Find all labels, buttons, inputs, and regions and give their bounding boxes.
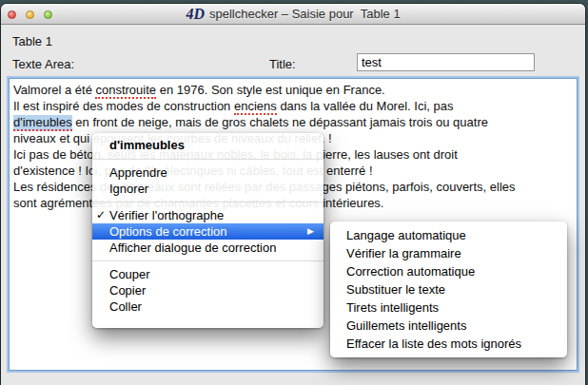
checkmark-icon: ✓ <box>96 207 106 223</box>
menu-separator <box>92 159 323 160</box>
menu-item[interactable]: Afficher dialogue de correction <box>92 240 323 256</box>
title-input[interactable] <box>357 53 535 71</box>
submenu-arrow-icon: ▶ <box>307 223 314 240</box>
text-line: Il est inspiré des modes de construction… <box>13 98 573 114</box>
submenu-item[interactable]: Correction automatique <box>330 262 567 280</box>
menu-item[interactable]: Apprendre <box>92 164 323 181</box>
submenu-item[interactable]: Guillemets intelligents <box>330 317 567 335</box>
menu-item[interactable]: Couper <box>92 266 323 282</box>
menu-item[interactable]: Copier <box>92 282 323 298</box>
submenu: Langage automatiqueVérifier la grammaire… <box>330 221 567 357</box>
title-label: Title: <box>269 57 296 71</box>
titlebar: 4D spellchecker – Saisie pour Table 1 <box>1 4 585 25</box>
menu-separator <box>92 202 323 202</box>
text-segment: Valmorel a été <box>13 83 95 97</box>
zoom-button[interactable] <box>44 10 52 19</box>
menu-item-label: Vérifier l'orthographe <box>109 208 224 222</box>
menu-item-label: Ignorer <box>109 182 148 196</box>
menu-item-label: Coller <box>109 299 142 314</box>
menu-item[interactable]: ✓Vérifier l'orthographe <box>92 207 323 223</box>
text-line: d'imeubles en front de neige, mais de gr… <box>13 114 573 130</box>
submenu-item[interactable]: Tirets intelligents <box>330 298 567 317</box>
misspelled-word: enciens <box>234 99 277 115</box>
text-segment: dans la vallée du Morel. Ici, pas <box>277 99 454 113</box>
menu-suggestion-item[interactable]: d'immeubles <box>92 137 323 154</box>
submenu-item[interactable]: Langage automatique <box>330 226 567 244</box>
texte-area-label: Texte Area: <box>12 57 74 71</box>
menu-item-label: Copier <box>109 283 146 298</box>
submenu-item[interactable]: Substituer le texte <box>330 280 567 298</box>
4d-logo-icon: 4D <box>186 7 205 22</box>
menu-item-label: d'immeubles <box>109 138 185 152</box>
selected-misspelled-word: d'imeubles <box>13 115 72 131</box>
menu-item[interactable]: Ignorer <box>92 181 323 197</box>
window-controls <box>8 10 52 19</box>
table-label: Table 1 <box>12 34 52 48</box>
text-line: Valmorel a été constrouite en 1976. Son … <box>13 82 573 98</box>
text-segment: en front de neige, mais de gros chalets … <box>72 115 488 129</box>
window-title-area: 4D spellchecker – Saisie pour Table 1 <box>58 4 528 24</box>
menu-item[interactable]: Options de correction▶ <box>92 223 323 240</box>
menu-separator <box>92 260 323 261</box>
window-title: spellchecker – Saisie pour Table 1 <box>209 7 401 21</box>
menu-item-label: Afficher dialogue de correction <box>109 241 276 255</box>
desktop: { "window": { "logo": "4D", "title": "sp… <box>0 0 588 385</box>
text-segment: en 1976. Son style est unique en France. <box>156 83 385 97</box>
spellchecker-window: 4D spellchecker – Saisie pour Table 1 Ta… <box>1 4 585 385</box>
close-button[interactable] <box>8 10 16 19</box>
submenu-item[interactable]: Vérifier la grammaire <box>330 244 567 262</box>
context-menu: d'immeublesApprendreIgnorer✓Vérifier l'o… <box>92 133 323 328</box>
menu-item-label: Options de correction <box>109 224 227 239</box>
minimize-button[interactable] <box>26 10 34 19</box>
menu-item-label: Apprendre <box>109 165 167 180</box>
misspelled-word: constrouite <box>95 83 156 99</box>
menu-item-label: Couper <box>109 267 150 281</box>
submenu-item[interactable]: Effacer la liste des mots ignorés <box>330 335 567 353</box>
menu-item[interactable]: Coller <box>92 298 323 315</box>
text-segment: Il est inspiré des modes de construction <box>13 99 234 113</box>
